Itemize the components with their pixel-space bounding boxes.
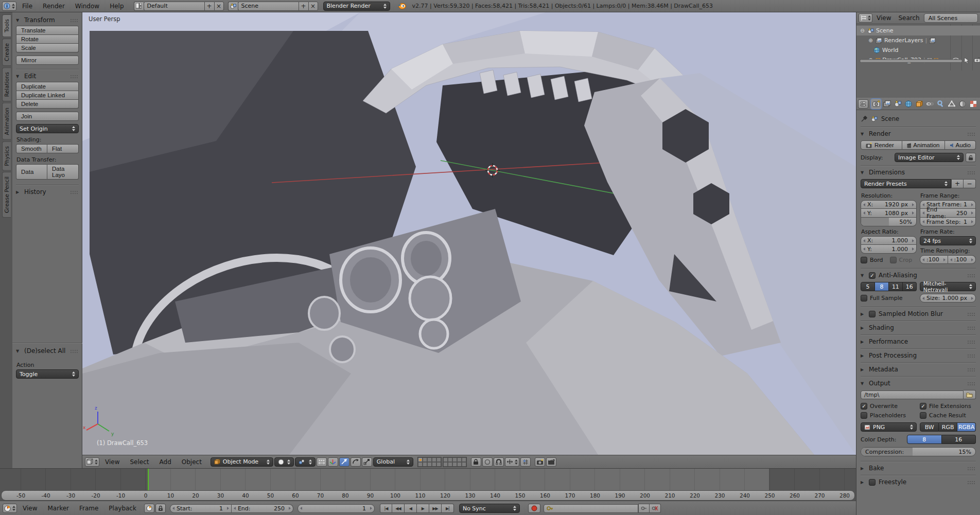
panel-render-header[interactable]: ▼ Render [861,128,976,139]
panel-grip-icon[interactable] [70,190,79,194]
add-preset-button[interactable]: + [951,179,964,188]
translate-manipulator-button[interactable] [339,457,349,467]
aspect-x-field[interactable]: X: 1.000 [861,236,917,245]
color-mode-rgba[interactable]: RGBA [957,422,976,432]
freestyle-checkbox[interactable] [869,479,876,486]
3d-viewport[interactable]: z x y User Persp (1) DrawCall_653 [82,12,856,455]
outliner-item-renderlayers[interactable]: ⊕ RenderLayers | [856,35,980,45]
tab-grease-pencil[interactable]: Grease Pencil [2,172,11,218]
outliner-menu-view[interactable]: View [873,14,894,22]
screen-layout-icon[interactable] [134,2,144,11]
menu-render[interactable]: Render [38,3,69,10]
editor-type-info-button[interactable]: i [2,2,16,11]
rotate-button[interactable]: Rotate [16,35,79,44]
current-frame-indicator[interactable] [148,469,149,490]
timeline-ruler[interactable]: -50-40-30-20-100102030405060708090100110… [1,490,855,501]
border-checkbox[interactable] [861,257,867,263]
output-path-field[interactable]: /tmp\ [861,390,964,399]
render-animation-button[interactable]: Animation [902,140,945,150]
lock-to-scene-button[interactable] [471,457,481,467]
keying-set-field[interactable] [544,504,638,513]
panel-grip-icon[interactable] [70,349,79,353]
panel-edit-header[interactable]: ▼ Edit [16,70,79,82]
tab-world[interactable] [903,99,914,109]
scene-name-field[interactable]: Scene [238,2,299,11]
pin-icon[interactable] [861,116,867,122]
remap-old-field[interactable]: :100 [920,255,948,264]
menu-help[interactable]: Help [105,3,128,10]
menu-window[interactable]: Window [71,3,104,10]
panel-anti-aliasing-header[interactable]: ▼ ✓ Anti-Aliasing [861,270,976,281]
snap-target-button[interactable] [520,457,531,467]
snap-element-dropdown[interactable] [505,457,519,467]
mode-dropdown[interactable]: Object Mode [211,457,273,467]
timeline-menu-playback[interactable]: Playback [104,505,141,512]
previous-keyframe-button[interactable]: ◀◀ [392,504,405,513]
mirror-button[interactable]: Mirror [16,56,79,65]
tab-constraints[interactable] [925,99,935,109]
panel-grip-icon[interactable] [967,467,976,470]
end-frame-field[interactable]: End Frame: 250 [920,209,976,218]
aa-samples-11[interactable]: 11 [889,282,903,291]
timeline-menu-frame[interactable]: Frame [75,505,103,512]
shade-smooth-button[interactable]: Smooth [16,144,47,153]
data-layout-transfer-button[interactable]: Data Layo [47,164,79,180]
display-dropdown[interactable]: Image Editor [895,153,964,162]
browse-folder-button[interactable] [964,390,976,399]
viewport-shading-dropdown[interactable] [274,457,294,467]
layers-grid-2[interactable] [443,457,467,467]
proportional-edit-button[interactable] [482,457,493,467]
outliner-scope-dropdown[interactable]: All Scenes [924,13,978,23]
panel-output-header[interactable]: ▼ Output [861,378,976,389]
display-lock-button[interactable] [966,153,976,162]
resolution-x-field[interactable]: X: 1920 px [861,200,917,209]
tab-material[interactable] [957,99,968,109]
transform-orientation-dropdown[interactable]: Global [373,457,413,467]
cache-result-checkbox[interactable] [920,412,926,419]
panel-grip-icon[interactable] [967,326,976,330]
panel-bake-header[interactable]: ▶ Bake [861,463,976,474]
panel-grip-icon[interactable] [967,354,976,358]
panel-grip-icon[interactable] [967,382,976,385]
delete-keyframe-button[interactable] [650,504,661,513]
menu-select[interactable]: Select [125,458,153,466]
panel-performance-header[interactable]: ▶ Performance [861,336,976,347]
opengl-render-animation-button[interactable] [546,457,556,467]
editor-type-outliner-button[interactable] [859,13,872,23]
set-origin-dropdown[interactable]: Set Origin [16,124,79,133]
editor-type-3dview-button[interactable] [85,457,99,467]
screen-layout-name[interactable]: Default [144,2,204,11]
pivot-align-toggle[interactable] [317,457,327,467]
renderlayers-icon[interactable] [929,38,936,44]
tab-animation[interactable]: Animation [2,103,11,140]
menu-view[interactable]: View [100,458,124,466]
outliner-menu-search[interactable]: Search [895,14,922,22]
anti-aliasing-checkbox[interactable]: ✓ [869,272,876,279]
menu-add[interactable]: Add [155,458,176,466]
panel-grip-icon[interactable] [967,132,976,136]
tab-object-data[interactable] [947,99,957,109]
duplicate-button[interactable]: Duplicate [16,82,79,91]
aa-samples-5[interactable]: 5 [861,282,875,291]
tab-physics[interactable]: Physics [2,141,11,171]
menu-file[interactable]: File [18,3,37,10]
depth-8-button[interactable]: 8 [907,435,942,444]
tab-texture[interactable] [968,99,978,109]
data-transfer-button[interactable]: Data [16,164,47,180]
tab-scene[interactable] [892,99,903,109]
opengl-render-image-button[interactable] [535,457,545,467]
panel-grip-icon[interactable] [70,19,79,22]
close-layout-button[interactable]: × [214,2,224,11]
jump-to-end-button[interactable]: ▶| [442,504,454,513]
aa-filter-dropdown[interactable]: Mitchell-Netravali [920,282,976,291]
duplicate-linked-button[interactable]: Duplicate Linked [16,91,79,100]
manipulator-toggle-button[interactable] [328,457,338,467]
tab-create[interactable]: Create [2,39,11,66]
lock-time-button[interactable] [155,504,166,513]
panel-post-processing-header[interactable]: ▶ Post Processing [861,350,976,361]
preview-range-button[interactable] [144,504,154,513]
color-mode-bw[interactable]: BW [920,422,939,432]
scale-manipulator-button[interactable] [362,457,372,467]
tab-modifiers[interactable] [936,99,946,109]
add-scene-button[interactable]: + [299,2,308,11]
